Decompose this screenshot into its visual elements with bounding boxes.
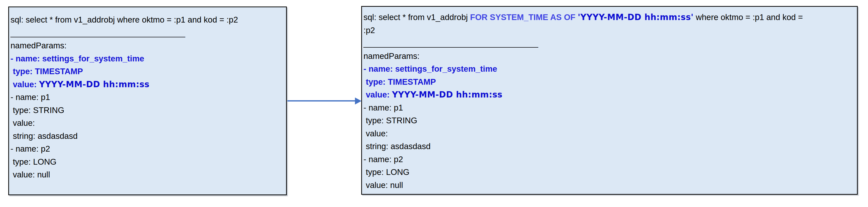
arrow-shaft [287,100,356,101]
text-segment-plain: - name: p2 [364,155,403,164]
text-segment-plain: sql: select * from v1_addrobj where oktm… [10,15,238,24]
text-segment-plain: value: null [10,170,50,179]
text-segment-param: type: TIMESTAMP [364,77,436,86]
text-segment-param: type: TIMESTAMP [10,67,83,76]
separator-line: ______________________________________ [364,37,855,50]
text-segment-plain: value: [10,118,35,127]
named-params-label: namedParams: [10,39,284,52]
text-segment-plain: string: asdasdasd [364,142,431,151]
text-segment-plain: type: LONG [364,168,409,177]
named-params-label: namedParams: [364,50,855,63]
param-p2-value: value: null [10,168,284,181]
text-segment-plain: namedParams: [364,51,420,61]
arrow-head-icon [355,97,362,105]
param-p1-string: string: asdasdasd [10,129,284,143]
param-settings-value: value: YYYY-MM-DD hh:mm:ss [10,78,284,91]
sql-line-1: sql: select * from v1_addrobj FOR SYSTEM… [364,11,855,24]
param-p2-name: - name: p2 [364,153,855,166]
text-segment-plain: - name: p2 [10,144,50,153]
text-segment-plain: - name: p1 [10,92,50,102]
param-settings-value: value: YYYY-MM-DD hh:mm:ss [364,88,855,101]
param-settings-name: - name: settings_for_system_time [364,62,855,76]
text-segment-plain: string: asdasdasd [10,131,78,141]
slide-canvas: sql: select * from v1_addrobj where oktm… [0,0,868,207]
text-segment-plain: where oktmo = :p1 and kod = [693,12,803,22]
sql-query-box-before: sql: select * from v1_addrobj where oktm… [8,6,287,195]
sql-line: sql: select * from v1_addrobj where oktm… [10,13,284,26]
sql-line-2: :p2 [364,24,855,37]
param-p2-name: - name: p2 [10,142,284,155]
text-segment-keyword: FOR SYSTEM_TIME AS OF [470,12,578,22]
text-segment-plain: value: null [364,180,403,190]
param-settings-type: type: TIMESTAMP [364,76,855,88]
text-segment-plain: ______________________________________ [10,28,185,37]
param-p1-value: value: [364,127,855,140]
param-p2-value: value: null [364,179,855,192]
text-segment-plain: type: LONG [10,157,56,167]
sql-query-box-after: sql: select * from v1_addrobj FOR SYSTEM… [361,6,858,195]
separator-line: ______________________________________ [10,26,284,39]
text-segment-param: - name: settings_for_system_time [10,54,144,63]
text-segment-param: value: [10,80,39,89]
text-segment-param: - name: settings_for_system_time [364,64,497,73]
param-p1-name: - name: p1 [10,91,284,104]
param-p1-type: type: STRING [364,114,855,127]
param-p1-string: string: asdasdasd [364,140,855,153]
text-segment-emph: YYYY-MM-DD hh:mm:ss [392,90,502,99]
text-segment-plain: value: [364,129,388,138]
text-segment-param: value: [364,90,392,99]
param-settings-type: type: TIMESTAMP [10,65,284,78]
text-segment-plain: sql: select * from v1_addrobj [364,12,470,22]
text-segment-plain: type: STRING [364,116,417,125]
param-p1-name: - name: p1 [364,101,855,114]
param-settings-name: - name: settings_for_system_time [10,52,284,65]
param-p1-type: type: STRING [10,104,284,117]
param-p2-type: type: LONG [10,155,284,169]
transform-arrow [287,97,362,105]
text-segment-plain: namedParams: [10,41,67,50]
text-segment-plain: :p2 [364,26,375,35]
text-segment-plain: ______________________________________ [364,38,538,48]
text-segment-emph: YYYY-MM-DD hh:mm:ss [39,80,150,89]
text-segment-emph: 'YYYY-MM-DD hh:mm:ss' [578,12,693,22]
param-p1-value: value: [10,117,284,129]
text-segment-plain: type: STRING [10,106,64,115]
text-segment-plain: - name: p1 [364,103,403,112]
param-p2-type: type: LONG [364,166,855,179]
